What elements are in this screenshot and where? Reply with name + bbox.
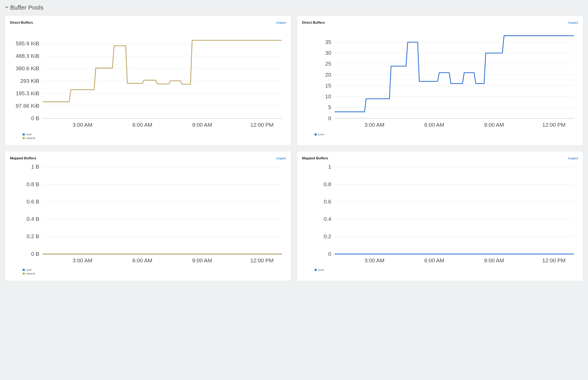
panel-grid: Direct BuffersInspect0 B97.66 KiB195.3 K… xyxy=(5,16,583,281)
legend-item[interactable]: used xyxy=(23,133,286,136)
legend-swatch xyxy=(23,137,25,139)
x-tick-label: 3:00 AM xyxy=(364,257,384,264)
x-tick-label: 12:00 PM xyxy=(542,257,566,264)
y-tick-label: 293 KiB xyxy=(20,78,39,84)
chart-area[interactable]: 051015202530353:00 AM6:00 AM9:00 AM12:00… xyxy=(302,29,578,129)
y-tick-label: 5 xyxy=(328,104,331,110)
inspect-link[interactable]: Inspect xyxy=(276,21,286,24)
y-tick-label: 35 xyxy=(325,39,331,45)
y-tick-label: 1 xyxy=(328,164,331,170)
panel-mapped-count: Mapped BuffersInspect00.20.40.60.813:00 … xyxy=(297,151,583,281)
section-title: Buffer Pools xyxy=(10,4,43,11)
legend-item[interactable]: count xyxy=(315,268,578,271)
y-tick-label: 0 xyxy=(328,115,331,121)
chart-svg: 0 B97.66 KiB195.3 KiB293 KiB390.6 KiB488… xyxy=(10,29,286,129)
legend-swatch xyxy=(23,269,25,271)
panel-title: Mapped Buffers xyxy=(302,156,328,160)
panel-mapped-bytes: Mapped BuffersInspect0 B0.2 B0.4 B0.6 B0… xyxy=(5,151,291,281)
y-tick-label: 0 B xyxy=(31,115,39,121)
x-tick-label: 6:00 AM xyxy=(424,122,444,128)
legend: count xyxy=(315,268,578,271)
x-tick-label: 12:00 PM xyxy=(250,122,274,128)
series-line-capacity xyxy=(43,40,282,102)
legend-item[interactable]: capacity xyxy=(23,272,286,275)
x-tick-label: 9:00 AM xyxy=(484,122,504,128)
y-tick-label: 0.4 xyxy=(324,216,331,222)
x-tick-label: 3:00 AM xyxy=(72,122,92,128)
legend-swatch xyxy=(315,133,317,135)
legend-label: count xyxy=(318,268,324,271)
x-tick-label: 9:00 AM xyxy=(192,257,212,264)
panel-header: Direct BuffersInspect xyxy=(10,21,286,25)
y-tick-label: 390.6 KiB xyxy=(16,65,39,72)
x-tick-label: 6:00 AM xyxy=(132,257,152,264)
legend-item[interactable]: used xyxy=(23,268,286,271)
inspect-link[interactable]: Inspect xyxy=(568,156,578,160)
x-tick-label: 3:00 AM xyxy=(364,122,384,128)
legend-swatch xyxy=(315,269,317,271)
legend-swatch xyxy=(23,272,25,275)
y-tick-label: 97.66 KiB xyxy=(16,103,39,109)
y-tick-label: 0.2 B xyxy=(27,233,39,239)
legend-label: capacity xyxy=(26,137,35,139)
y-tick-label: 20 xyxy=(325,72,331,78)
legend: usedcapacity xyxy=(23,268,286,275)
y-tick-label: 10 xyxy=(325,93,331,99)
inspect-link[interactable]: Inspect xyxy=(568,21,578,24)
legend-label: capacity xyxy=(26,272,35,275)
panel-direct-bytes: Direct BuffersInspect0 B97.66 KiB195.3 K… xyxy=(5,16,291,146)
section-header[interactable]: Buffer Pools xyxy=(5,4,583,11)
x-tick-label: 6:00 AM xyxy=(424,257,444,264)
chart-svg: 00.20.40.60.813:00 AM6:00 AM9:00 AM12:00… xyxy=(302,165,578,265)
x-tick-label: 3:00 AM xyxy=(72,257,92,264)
panel-header: Mapped BuffersInspect xyxy=(10,156,286,160)
series-line-count xyxy=(335,36,574,112)
y-tick-label: 1 B xyxy=(31,164,39,170)
chart-svg: 0 B0.2 B0.4 B0.6 B0.8 B1 B3:00 AM6:00 AM… xyxy=(10,165,286,265)
y-tick-label: 25 xyxy=(325,61,331,67)
legend-swatch xyxy=(23,133,25,135)
y-tick-label: 195.3 KiB xyxy=(16,90,39,96)
y-tick-label: 0.2 xyxy=(324,233,331,239)
chevron-down-icon xyxy=(5,5,9,10)
inspect-link[interactable]: Inspect xyxy=(276,156,286,160)
panel-header: Mapped BuffersInspect xyxy=(302,156,578,160)
y-tick-label: 0.6 B xyxy=(27,199,39,205)
x-tick-label: 12:00 PM xyxy=(250,257,274,264)
panel-title: Mapped Buffers xyxy=(10,156,36,160)
legend-item[interactable]: count xyxy=(315,133,578,136)
x-tick-label: 12:00 PM xyxy=(542,122,566,128)
y-tick-label: 15 xyxy=(325,82,331,89)
legend-label: count xyxy=(318,133,324,136)
x-tick-label: 9:00 AM xyxy=(484,257,504,264)
panel-title: Direct Buffers xyxy=(10,21,33,25)
panel-direct-count: Direct BuffersInspect051015202530353:00 … xyxy=(297,16,583,146)
y-tick-label: 0.8 B xyxy=(27,181,39,187)
x-tick-label: 9:00 AM xyxy=(192,122,212,128)
panel-title: Direct Buffers xyxy=(302,21,325,25)
legend: count xyxy=(315,133,578,136)
y-tick-label: 585.9 KiB xyxy=(16,40,39,47)
y-tick-label: 0.6 xyxy=(324,199,331,205)
y-tick-label: 0 B xyxy=(31,251,39,257)
y-tick-label: 0.8 xyxy=(324,181,331,187)
legend-item[interactable]: capacity xyxy=(23,137,286,139)
chart-svg: 051015202530353:00 AM6:00 AM9:00 AM12:00… xyxy=(302,29,578,129)
y-tick-label: 0 xyxy=(328,251,331,257)
chart-area[interactable]: 0 B0.2 B0.4 B0.6 B0.8 B1 B3:00 AM6:00 AM… xyxy=(10,165,286,265)
legend-label: used xyxy=(26,133,32,136)
y-tick-label: 488.3 KiB xyxy=(16,53,39,59)
chart-area[interactable]: 0 B97.66 KiB195.3 KiB293 KiB390.6 KiB488… xyxy=(10,29,286,129)
chart-area[interactable]: 00.20.40.60.813:00 AM6:00 AM9:00 AM12:00… xyxy=(302,165,578,265)
legend: usedcapacity xyxy=(23,133,286,139)
y-tick-label: 30 xyxy=(325,50,331,56)
legend-label: used xyxy=(26,268,32,271)
panel-header: Direct BuffersInspect xyxy=(302,21,578,25)
y-tick-label: 0.4 B xyxy=(27,216,39,222)
x-tick-label: 6:00 AM xyxy=(132,122,152,128)
